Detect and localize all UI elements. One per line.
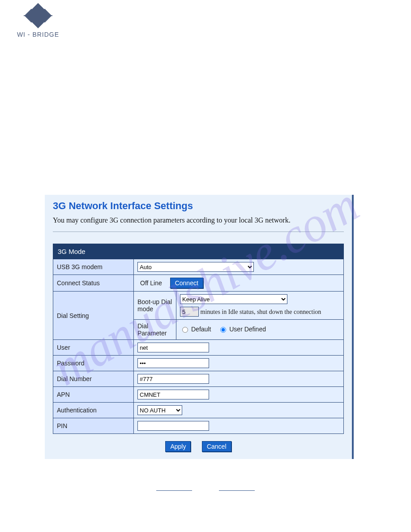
- auth-select[interactable]: NO AUTH: [137, 405, 182, 415]
- user-input[interactable]: [137, 343, 209, 352]
- password-input[interactable]: [137, 358, 209, 368]
- label-apn: APN: [53, 387, 134, 403]
- panel-description: You may configure 3G connection paramete…: [53, 216, 344, 224]
- dial-param-user-radio[interactable]: [220, 327, 226, 333]
- idle-suffix-text: minutes in Idle status, shut down the co…: [201, 309, 321, 315]
- connect-status-text: Off Line: [140, 279, 162, 287]
- logo-icon: [9, 2, 67, 29]
- label-connect-status: Connect Status: [53, 275, 134, 292]
- pin-input[interactable]: [137, 421, 209, 431]
- logo-text: WI - BRIDGE: [9, 31, 67, 38]
- settings-panel: 3G Network Interface Settings You may co…: [45, 195, 354, 459]
- label-dial-parameter: Dial Parameter: [134, 320, 176, 340]
- apply-button[interactable]: Apply: [165, 441, 191, 452]
- settings-table: 3G Mode USB 3G modem Auto Connect Status…: [53, 244, 344, 434]
- dial-param-default-radio[interactable]: [182, 327, 188, 333]
- label-bootup-dial-mode: Boot-up Dial mode: [134, 292, 176, 320]
- divider: [53, 232, 344, 232]
- action-row: Apply Cancel: [53, 434, 344, 452]
- dial-number-input[interactable]: [137, 374, 209, 384]
- section-header: 3G Mode: [53, 244, 344, 259]
- label-usb-modem: USB 3G modem: [53, 259, 134, 275]
- label-dial-number: Dial Number: [53, 371, 134, 387]
- logo: WI - BRIDGE: [9, 2, 67, 38]
- cancel-button[interactable]: Cancel: [202, 441, 231, 452]
- usb-modem-select[interactable]: Auto: [137, 262, 254, 272]
- label-pin: PIN: [53, 418, 134, 434]
- label-password: Password: [53, 356, 134, 371]
- dial-param-default-label: Default: [191, 326, 211, 333]
- label-user: User: [53, 340, 134, 356]
- panel-title: 3G Network Interface Settings: [53, 200, 344, 212]
- idle-minutes-input[interactable]: [180, 307, 199, 317]
- apn-input[interactable]: [137, 390, 209, 399]
- bootup-mode-select[interactable]: Keep Alive: [180, 294, 287, 304]
- footer-lines: [0, 490, 411, 491]
- label-auth: Authentication: [53, 403, 134, 418]
- connect-button[interactable]: Connect: [170, 278, 203, 288]
- label-dial-setting: Dial Setting: [53, 292, 134, 340]
- dial-param-user-label: User Defined: [229, 326, 266, 333]
